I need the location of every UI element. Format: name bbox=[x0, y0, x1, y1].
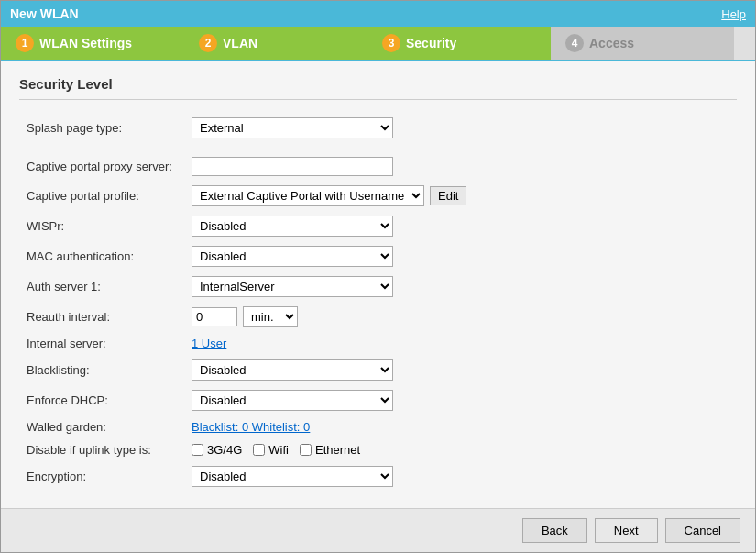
footer: Back Next Cancel bbox=[1, 508, 755, 552]
enforce-dhcp-row: Enforce DHCP: Disabled Enabled bbox=[19, 385, 737, 415]
walled-garden-link[interactable]: Blacklist: 0 Whitelist: 0 bbox=[192, 420, 310, 434]
edit-button[interactable]: Edit bbox=[430, 186, 466, 205]
splash-page-select[interactable]: External bbox=[192, 117, 393, 138]
tab-access: 4 Access bbox=[551, 27, 734, 60]
uplink-ethernet-checkbox[interactable] bbox=[300, 444, 312, 456]
help-link[interactable]: Help bbox=[721, 7, 746, 21]
mac-auth-label: MAC authentication: bbox=[19, 241, 184, 271]
enforce-dhcp-select[interactable]: Disabled Enabled bbox=[192, 390, 393, 411]
section-title: Security Level bbox=[19, 76, 737, 100]
disable-uplink-label: Disable if uplink type is: bbox=[19, 438, 184, 461]
security-form: Splash page type: External Captive porta… bbox=[19, 113, 737, 492]
uplink-3g4g-checkbox[interactable] bbox=[192, 444, 203, 456]
reauth-unit-select[interactable]: min. hr. bbox=[243, 306, 298, 327]
uplink-wifi-text: Wifi bbox=[268, 443, 289, 457]
uplink-wifi-checkbox[interactable] bbox=[253, 444, 265, 456]
auth-server-label: Auth server 1: bbox=[19, 271, 184, 302]
wispr-label: WISPr: bbox=[19, 211, 184, 241]
encryption-label: Encryption: bbox=[19, 461, 184, 492]
uplink-3g4g-text: 3G/4G bbox=[207, 443, 242, 457]
encryption-select[interactable]: Disabled Enabled bbox=[192, 466, 393, 487]
wispr-select[interactable]: Disabled Enabled bbox=[192, 216, 393, 237]
back-button[interactable]: Back bbox=[522, 518, 587, 543]
tab-label-3: Security bbox=[406, 36, 456, 50]
captive-profile-select[interactable]: External Captive Portal with Username bbox=[192, 185, 424, 206]
cancel-button[interactable]: Cancel bbox=[665, 518, 740, 543]
splash-page-row: Splash page type: External bbox=[19, 113, 737, 143]
enforce-dhcp-label: Enforce DHCP: bbox=[19, 385, 184, 415]
content-area: Security Level Splash page type: Externa… bbox=[1, 61, 755, 508]
tab-num-4: 4 bbox=[565, 34, 584, 52]
tab-vlan[interactable]: 2 VLAN bbox=[184, 27, 367, 60]
next-button[interactable]: Next bbox=[595, 518, 658, 543]
blacklisting-select[interactable]: Disabled Enabled bbox=[192, 359, 393, 381]
captive-profile-row: Captive portal profile: External Captive… bbox=[19, 181, 737, 211]
blacklisting-label: Blacklisting: bbox=[19, 355, 184, 385]
tab-label-4: Access bbox=[589, 36, 634, 50]
internal-server-label: Internal server: bbox=[19, 332, 184, 355]
window-title: New WLAN bbox=[10, 6, 79, 21]
uplink-ethernet-label[interactable]: Ethernet bbox=[300, 443, 360, 457]
internal-server-link[interactable]: 1 User bbox=[192, 337, 226, 350]
tab-num-1: 1 bbox=[16, 34, 34, 52]
auth-server-row: Auth server 1: InternalServer bbox=[19, 271, 737, 302]
tab-security[interactable]: 3 Security bbox=[367, 27, 551, 60]
main-window: New WLAN Help 1 WLAN Settings 2 VLAN 3 S… bbox=[0, 0, 756, 553]
captive-proxy-row: Captive portal proxy server: bbox=[19, 152, 737, 181]
blacklisting-row: Blacklisting: Disabled Enabled bbox=[19, 355, 737, 385]
encryption-row: Encryption: Disabled Enabled bbox=[19, 461, 737, 492]
splash-page-label: Splash page type: bbox=[19, 113, 184, 143]
captive-profile-label: Captive portal profile: bbox=[19, 181, 184, 211]
walled-garden-label: Walled garden: bbox=[19, 415, 184, 438]
uplink-3g4g-label[interactable]: 3G/4G bbox=[192, 443, 242, 457]
title-bar: New WLAN Help bbox=[1, 1, 755, 27]
captive-proxy-input[interactable] bbox=[192, 157, 393, 176]
internal-server-row: Internal server: 1 User bbox=[19, 332, 737, 355]
tab-bar: 1 WLAN Settings 2 VLAN 3 Security 4 Acce… bbox=[1, 27, 755, 61]
uplink-wifi-label[interactable]: Wifi bbox=[253, 443, 289, 457]
tab-wlan-settings[interactable]: 1 WLAN Settings bbox=[1, 27, 184, 60]
uplink-checkbox-group: 3G/4G Wifi Ethernet bbox=[192, 443, 729, 457]
captive-proxy-label: Captive portal proxy server: bbox=[19, 152, 184, 181]
uplink-ethernet-text: Ethernet bbox=[315, 443, 360, 457]
mac-auth-select[interactable]: Disabled Enabled bbox=[192, 246, 393, 267]
reauth-label: Reauth interval: bbox=[19, 302, 184, 332]
reauth-row: Reauth interval: min. hr. bbox=[19, 302, 737, 332]
wispr-row: WISPr: Disabled Enabled bbox=[19, 211, 737, 241]
tab-num-2: 2 bbox=[199, 34, 217, 52]
disable-uplink-row: Disable if uplink type is: 3G/4G Wifi bbox=[19, 438, 737, 461]
tab-label-2: VLAN bbox=[223, 36, 257, 50]
tab-label-1: WLAN Settings bbox=[39, 36, 132, 50]
auth-server-select[interactable]: InternalServer bbox=[192, 276, 393, 297]
walled-garden-row: Walled garden: Blacklist: 0 Whitelist: 0 bbox=[19, 415, 737, 438]
mac-auth-row: MAC authentication: Disabled Enabled bbox=[19, 241, 737, 271]
tab-num-3: 3 bbox=[382, 34, 400, 52]
reauth-input[interactable] bbox=[192, 307, 237, 326]
